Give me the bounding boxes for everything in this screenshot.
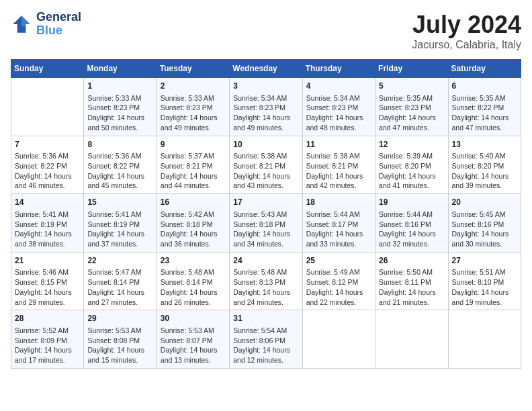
day-number: 30 xyxy=(161,313,226,324)
day-info: Sunrise: 5:38 AMSunset: 8:21 PMDaylight:… xyxy=(233,151,298,191)
day-number: 9 xyxy=(161,139,226,150)
calendar-cell: 10Sunrise: 5:38 AMSunset: 8:21 PMDayligh… xyxy=(230,136,302,194)
day-header-saturday: Saturday xyxy=(448,60,521,78)
day-number: 23 xyxy=(161,255,226,267)
day-info: Sunrise: 5:54 AMSunset: 8:06 PMDaylight:… xyxy=(233,326,298,365)
calendar-title: July 2024 xyxy=(412,11,521,39)
header-row: SundayMondayTuesdayWednesdayThursdayFrid… xyxy=(11,60,521,78)
day-info: Sunrise: 5:48 AMSunset: 8:13 PMDaylight:… xyxy=(233,267,298,307)
day-header-friday: Friday xyxy=(375,60,448,78)
day-number: 19 xyxy=(379,197,444,208)
day-header-wednesday: Wednesday xyxy=(230,60,302,78)
week-row-5: 28Sunrise: 5:52 AMSunset: 8:09 PMDayligh… xyxy=(11,310,521,369)
day-number: 22 xyxy=(87,255,152,267)
day-number: 20 xyxy=(452,197,517,208)
day-info: Sunrise: 5:49 AMSunset: 8:12 PMDaylight:… xyxy=(306,267,371,307)
day-number: 7 xyxy=(15,139,80,150)
day-info: Sunrise: 5:33 AMSunset: 8:23 PMDaylight:… xyxy=(87,93,152,133)
calendar-cell: 15Sunrise: 5:41 AMSunset: 8:19 PMDayligh… xyxy=(84,194,157,253)
day-info: Sunrise: 5:44 AMSunset: 8:17 PMDaylight:… xyxy=(306,210,371,249)
day-info: Sunrise: 5:38 AMSunset: 8:21 PMDaylight:… xyxy=(306,151,371,191)
day-info: Sunrise: 5:36 AMSunset: 8:22 PMDaylight:… xyxy=(87,151,152,191)
calendar-cell: 18Sunrise: 5:44 AMSunset: 8:17 PMDayligh… xyxy=(302,194,375,253)
day-info: Sunrise: 5:41 AMSunset: 8:19 PMDaylight:… xyxy=(87,210,152,249)
calendar-cell: 22Sunrise: 5:47 AMSunset: 8:14 PMDayligh… xyxy=(84,252,157,310)
day-number: 10 xyxy=(233,139,298,150)
day-number: 2 xyxy=(161,81,226,92)
calendar-cell: 3Sunrise: 5:34 AMSunset: 8:23 PMDaylight… xyxy=(230,78,302,136)
day-number: 17 xyxy=(233,197,298,208)
day-header-thursday: Thursday xyxy=(302,60,375,78)
day-info: Sunrise: 5:36 AMSunset: 8:22 PMDaylight:… xyxy=(15,151,80,191)
logo-icon xyxy=(11,13,32,35)
week-row-1: 1Sunrise: 5:33 AMSunset: 8:23 PMDaylight… xyxy=(11,78,521,136)
day-number: 14 xyxy=(15,197,80,208)
calendar-cell: 26Sunrise: 5:50 AMSunset: 8:11 PMDayligh… xyxy=(375,252,448,310)
calendar-cell: 8Sunrise: 5:36 AMSunset: 8:22 PMDaylight… xyxy=(84,136,157,194)
week-row-4: 21Sunrise: 5:46 AMSunset: 8:15 PMDayligh… xyxy=(11,252,521,310)
day-number: 29 xyxy=(87,313,152,324)
day-info: Sunrise: 5:41 AMSunset: 8:19 PMDaylight:… xyxy=(15,210,80,249)
day-header-monday: Monday xyxy=(84,60,157,78)
day-number: 5 xyxy=(379,81,444,92)
svg-marker-1 xyxy=(21,15,30,26)
day-info: Sunrise: 5:53 AMSunset: 8:08 PMDaylight:… xyxy=(87,326,152,365)
day-info: Sunrise: 5:40 AMSunset: 8:20 PMDaylight:… xyxy=(452,151,517,191)
calendar-cell: 1Sunrise: 5:33 AMSunset: 8:23 PMDaylight… xyxy=(84,78,157,136)
calendar-cell: 7Sunrise: 5:36 AMSunset: 8:22 PMDaylight… xyxy=(11,136,84,194)
day-number: 11 xyxy=(306,139,371,150)
calendar-cell: 30Sunrise: 5:53 AMSunset: 8:07 PMDayligh… xyxy=(157,310,229,369)
calendar-table: SundayMondayTuesdayWednesdayThursdayFrid… xyxy=(11,59,521,369)
day-number: 16 xyxy=(161,197,226,208)
day-number: 4 xyxy=(306,81,371,92)
calendar-cell: 28Sunrise: 5:52 AMSunset: 8:09 PMDayligh… xyxy=(11,310,84,369)
day-info: Sunrise: 5:42 AMSunset: 8:18 PMDaylight:… xyxy=(161,210,226,249)
day-number: 3 xyxy=(233,81,298,92)
calendar-cell: 29Sunrise: 5:53 AMSunset: 8:08 PMDayligh… xyxy=(84,310,157,369)
calendar-cell: 6Sunrise: 5:35 AMSunset: 8:22 PMDaylight… xyxy=(448,78,521,136)
day-number: 28 xyxy=(15,313,80,324)
calendar-cell: 27Sunrise: 5:51 AMSunset: 8:10 PMDayligh… xyxy=(448,252,521,310)
page-header: General Blue July 2024 Jacurso, Calabria… xyxy=(11,11,521,51)
calendar-cell: 25Sunrise: 5:49 AMSunset: 8:12 PMDayligh… xyxy=(302,252,375,310)
calendar-cell xyxy=(11,78,84,136)
calendar-cell: 2Sunrise: 5:33 AMSunset: 8:23 PMDaylight… xyxy=(157,78,229,136)
calendar-cell: 17Sunrise: 5:43 AMSunset: 8:18 PMDayligh… xyxy=(230,194,302,253)
day-number: 21 xyxy=(15,255,80,267)
week-row-2: 7Sunrise: 5:36 AMSunset: 8:22 PMDaylight… xyxy=(11,136,521,194)
calendar-cell: 13Sunrise: 5:40 AMSunset: 8:20 PMDayligh… xyxy=(448,136,521,194)
day-info: Sunrise: 5:52 AMSunset: 8:09 PMDaylight:… xyxy=(15,326,80,365)
day-info: Sunrise: 5:39 AMSunset: 8:20 PMDaylight:… xyxy=(379,151,444,191)
day-number: 27 xyxy=(452,255,517,267)
day-number: 26 xyxy=(379,255,444,267)
logo: General Blue xyxy=(11,11,81,38)
day-number: 13 xyxy=(452,139,517,150)
calendar-subtitle: Jacurso, Calabria, Italy xyxy=(412,39,521,51)
day-number: 24 xyxy=(233,255,298,267)
calendar-cell: 14Sunrise: 5:41 AMSunset: 8:19 PMDayligh… xyxy=(11,194,84,253)
day-info: Sunrise: 5:43 AMSunset: 8:18 PMDaylight:… xyxy=(233,210,298,249)
calendar-cell: 24Sunrise: 5:48 AMSunset: 8:13 PMDayligh… xyxy=(230,252,302,310)
calendar-cell: 20Sunrise: 5:45 AMSunset: 8:16 PMDayligh… xyxy=(448,194,521,253)
calendar-cell: 12Sunrise: 5:39 AMSunset: 8:20 PMDayligh… xyxy=(375,136,448,194)
day-info: Sunrise: 5:35 AMSunset: 8:22 PMDaylight:… xyxy=(452,93,517,133)
day-number: 8 xyxy=(87,139,152,150)
calendar-cell: 11Sunrise: 5:38 AMSunset: 8:21 PMDayligh… xyxy=(302,136,375,194)
day-number: 1 xyxy=(87,81,152,92)
calendar-cell: 19Sunrise: 5:44 AMSunset: 8:16 PMDayligh… xyxy=(375,194,448,253)
title-block: July 2024 Jacurso, Calabria, Italy xyxy=(412,11,521,51)
calendar-cell: 31Sunrise: 5:54 AMSunset: 8:06 PMDayligh… xyxy=(230,310,302,369)
day-info: Sunrise: 5:51 AMSunset: 8:10 PMDaylight:… xyxy=(452,267,517,307)
day-header-sunday: Sunday xyxy=(11,60,84,78)
calendar-cell xyxy=(375,310,448,369)
day-info: Sunrise: 5:53 AMSunset: 8:07 PMDaylight:… xyxy=(161,326,226,365)
calendar-cell: 9Sunrise: 5:37 AMSunset: 8:21 PMDaylight… xyxy=(157,136,229,194)
day-info: Sunrise: 5:50 AMSunset: 8:11 PMDaylight:… xyxy=(379,267,444,307)
logo-text: General Blue xyxy=(36,11,81,38)
day-info: Sunrise: 5:47 AMSunset: 8:14 PMDaylight:… xyxy=(87,267,152,307)
calendar-cell xyxy=(302,310,375,369)
day-info: Sunrise: 5:48 AMSunset: 8:14 PMDaylight:… xyxy=(161,267,226,307)
day-number: 15 xyxy=(87,197,152,208)
day-header-tuesday: Tuesday xyxy=(157,60,229,78)
calendar-cell: 21Sunrise: 5:46 AMSunset: 8:15 PMDayligh… xyxy=(11,252,84,310)
